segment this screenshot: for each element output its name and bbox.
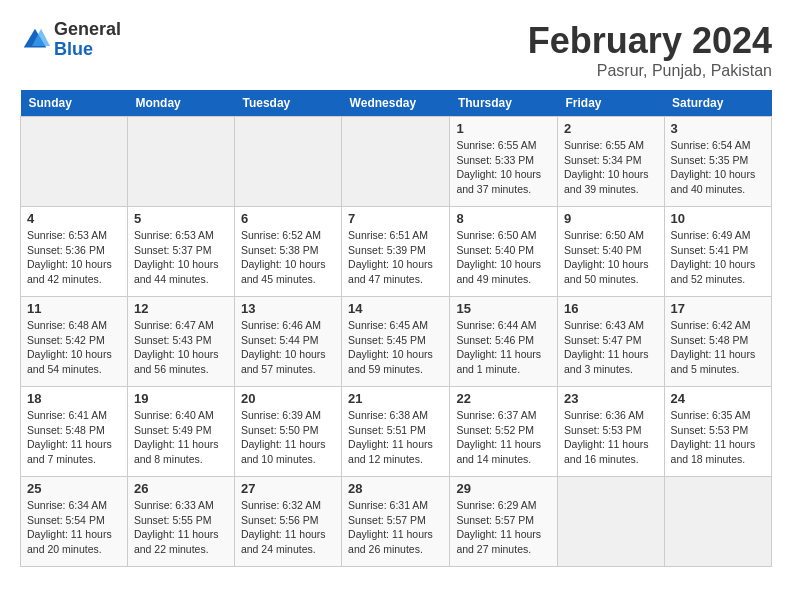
col-header-saturday: Saturday — [664, 90, 771, 117]
col-header-monday: Monday — [127, 90, 234, 117]
calendar-cell — [557, 477, 664, 567]
calendar-cell: 21Sunrise: 6:38 AMSunset: 5:51 PMDayligh… — [342, 387, 450, 477]
calendar-cell: 28Sunrise: 6:31 AMSunset: 5:57 PMDayligh… — [342, 477, 450, 567]
day-info: Sunrise: 6:41 AMSunset: 5:48 PMDaylight:… — [27, 408, 121, 467]
week-row-1: 1Sunrise: 6:55 AMSunset: 5:33 PMDaylight… — [21, 117, 772, 207]
day-number: 24 — [671, 391, 765, 406]
day-number: 10 — [671, 211, 765, 226]
day-number: 6 — [241, 211, 335, 226]
calendar-cell — [21, 117, 128, 207]
day-number: 7 — [348, 211, 443, 226]
day-info: Sunrise: 6:55 AMSunset: 5:34 PMDaylight:… — [564, 138, 658, 197]
day-info: Sunrise: 6:43 AMSunset: 5:47 PMDaylight:… — [564, 318, 658, 377]
logo: General Blue — [20, 20, 121, 60]
day-info: Sunrise: 6:39 AMSunset: 5:50 PMDaylight:… — [241, 408, 335, 467]
logo-general-text: General — [54, 19, 121, 39]
day-info: Sunrise: 6:49 AMSunset: 5:41 PMDaylight:… — [671, 228, 765, 287]
col-header-friday: Friday — [557, 90, 664, 117]
day-number: 1 — [456, 121, 551, 136]
day-number: 17 — [671, 301, 765, 316]
day-number: 29 — [456, 481, 551, 496]
day-info: Sunrise: 6:51 AMSunset: 5:39 PMDaylight:… — [348, 228, 443, 287]
day-info: Sunrise: 6:34 AMSunset: 5:54 PMDaylight:… — [27, 498, 121, 557]
day-info: Sunrise: 6:31 AMSunset: 5:57 PMDaylight:… — [348, 498, 443, 557]
day-number: 13 — [241, 301, 335, 316]
calendar-cell: 16Sunrise: 6:43 AMSunset: 5:47 PMDayligh… — [557, 297, 664, 387]
day-info: Sunrise: 6:44 AMSunset: 5:46 PMDaylight:… — [456, 318, 551, 377]
day-number: 20 — [241, 391, 335, 406]
day-info: Sunrise: 6:35 AMSunset: 5:53 PMDaylight:… — [671, 408, 765, 467]
col-header-thursday: Thursday — [450, 90, 558, 117]
day-info: Sunrise: 6:50 AMSunset: 5:40 PMDaylight:… — [456, 228, 551, 287]
day-info: Sunrise: 6:45 AMSunset: 5:45 PMDaylight:… — [348, 318, 443, 377]
day-info: Sunrise: 6:32 AMSunset: 5:56 PMDaylight:… — [241, 498, 335, 557]
day-info: Sunrise: 6:47 AMSunset: 5:43 PMDaylight:… — [134, 318, 228, 377]
month-title: February 2024 — [528, 20, 772, 62]
calendar-cell — [664, 477, 771, 567]
calendar-cell: 5Sunrise: 6:53 AMSunset: 5:37 PMDaylight… — [127, 207, 234, 297]
calendar-cell: 4Sunrise: 6:53 AMSunset: 5:36 PMDaylight… — [21, 207, 128, 297]
page-header: General Blue February 2024 Pasrur, Punja… — [20, 20, 772, 80]
day-number: 25 — [27, 481, 121, 496]
day-info: Sunrise: 6:53 AMSunset: 5:36 PMDaylight:… — [27, 228, 121, 287]
calendar-cell: 3Sunrise: 6:54 AMSunset: 5:35 PMDaylight… — [664, 117, 771, 207]
day-number: 15 — [456, 301, 551, 316]
calendar-cell: 19Sunrise: 6:40 AMSunset: 5:49 PMDayligh… — [127, 387, 234, 477]
calendar-table: SundayMondayTuesdayWednesdayThursdayFrid… — [20, 90, 772, 567]
day-number: 4 — [27, 211, 121, 226]
day-number: 12 — [134, 301, 228, 316]
day-number: 5 — [134, 211, 228, 226]
title-block: February 2024 Pasrur, Punjab, Pakistan — [528, 20, 772, 80]
logo-blue-text: Blue — [54, 39, 93, 59]
col-header-wednesday: Wednesday — [342, 90, 450, 117]
calendar-cell: 23Sunrise: 6:36 AMSunset: 5:53 PMDayligh… — [557, 387, 664, 477]
day-number: 28 — [348, 481, 443, 496]
day-info: Sunrise: 6:52 AMSunset: 5:38 PMDaylight:… — [241, 228, 335, 287]
col-header-sunday: Sunday — [21, 90, 128, 117]
day-number: 21 — [348, 391, 443, 406]
calendar-cell: 24Sunrise: 6:35 AMSunset: 5:53 PMDayligh… — [664, 387, 771, 477]
day-number: 16 — [564, 301, 658, 316]
calendar-cell: 9Sunrise: 6:50 AMSunset: 5:40 PMDaylight… — [557, 207, 664, 297]
calendar-cell: 15Sunrise: 6:44 AMSunset: 5:46 PMDayligh… — [450, 297, 558, 387]
week-row-5: 25Sunrise: 6:34 AMSunset: 5:54 PMDayligh… — [21, 477, 772, 567]
day-info: Sunrise: 6:40 AMSunset: 5:49 PMDaylight:… — [134, 408, 228, 467]
day-info: Sunrise: 6:38 AMSunset: 5:51 PMDaylight:… — [348, 408, 443, 467]
col-header-tuesday: Tuesday — [234, 90, 341, 117]
day-info: Sunrise: 6:33 AMSunset: 5:55 PMDaylight:… — [134, 498, 228, 557]
day-info: Sunrise: 6:55 AMSunset: 5:33 PMDaylight:… — [456, 138, 551, 197]
day-number: 2 — [564, 121, 658, 136]
calendar-cell — [127, 117, 234, 207]
day-number: 11 — [27, 301, 121, 316]
calendar-cell: 22Sunrise: 6:37 AMSunset: 5:52 PMDayligh… — [450, 387, 558, 477]
day-number: 22 — [456, 391, 551, 406]
day-info: Sunrise: 6:46 AMSunset: 5:44 PMDaylight:… — [241, 318, 335, 377]
calendar-cell: 8Sunrise: 6:50 AMSunset: 5:40 PMDaylight… — [450, 207, 558, 297]
calendar-header: SundayMondayTuesdayWednesdayThursdayFrid… — [21, 90, 772, 117]
calendar-cell: 10Sunrise: 6:49 AMSunset: 5:41 PMDayligh… — [664, 207, 771, 297]
logo-icon — [20, 25, 50, 55]
day-number: 8 — [456, 211, 551, 226]
calendar-cell: 20Sunrise: 6:39 AMSunset: 5:50 PMDayligh… — [234, 387, 341, 477]
day-number: 19 — [134, 391, 228, 406]
calendar-cell: 29Sunrise: 6:29 AMSunset: 5:57 PMDayligh… — [450, 477, 558, 567]
day-number: 26 — [134, 481, 228, 496]
calendar-cell — [342, 117, 450, 207]
calendar-cell: 14Sunrise: 6:45 AMSunset: 5:45 PMDayligh… — [342, 297, 450, 387]
calendar-cell: 13Sunrise: 6:46 AMSunset: 5:44 PMDayligh… — [234, 297, 341, 387]
calendar-cell: 17Sunrise: 6:42 AMSunset: 5:48 PMDayligh… — [664, 297, 771, 387]
day-info: Sunrise: 6:36 AMSunset: 5:53 PMDaylight:… — [564, 408, 658, 467]
week-row-3: 11Sunrise: 6:48 AMSunset: 5:42 PMDayligh… — [21, 297, 772, 387]
day-number: 9 — [564, 211, 658, 226]
calendar-cell: 27Sunrise: 6:32 AMSunset: 5:56 PMDayligh… — [234, 477, 341, 567]
day-info: Sunrise: 6:54 AMSunset: 5:35 PMDaylight:… — [671, 138, 765, 197]
day-number: 14 — [348, 301, 443, 316]
calendar-cell: 6Sunrise: 6:52 AMSunset: 5:38 PMDaylight… — [234, 207, 341, 297]
week-row-4: 18Sunrise: 6:41 AMSunset: 5:48 PMDayligh… — [21, 387, 772, 477]
day-info: Sunrise: 6:42 AMSunset: 5:48 PMDaylight:… — [671, 318, 765, 377]
calendar-cell: 18Sunrise: 6:41 AMSunset: 5:48 PMDayligh… — [21, 387, 128, 477]
calendar-cell — [234, 117, 341, 207]
week-row-2: 4Sunrise: 6:53 AMSunset: 5:36 PMDaylight… — [21, 207, 772, 297]
calendar-cell: 1Sunrise: 6:55 AMSunset: 5:33 PMDaylight… — [450, 117, 558, 207]
calendar-cell: 12Sunrise: 6:47 AMSunset: 5:43 PMDayligh… — [127, 297, 234, 387]
